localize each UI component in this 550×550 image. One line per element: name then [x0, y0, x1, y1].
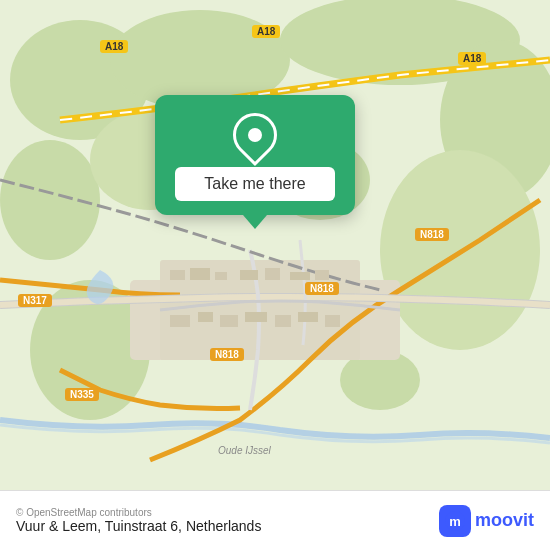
- map-popup: Take me there: [155, 95, 355, 215]
- moovit-logo: m moovit: [439, 505, 534, 537]
- svg-rect-14: [190, 268, 210, 280]
- road-label-n818-3: N818: [415, 228, 449, 241]
- svg-text:m: m: [449, 514, 461, 529]
- road-label-a18-2: A18: [252, 25, 280, 38]
- map-background: [0, 0, 550, 490]
- footer: © OpenStreetMap contributors Vuur & Leem…: [0, 490, 550, 550]
- map-container[interactable]: A18 A18 A18 N317 N335 N818 N818 N818 Oud…: [0, 0, 550, 490]
- take-me-there-button[interactable]: Take me there: [175, 167, 335, 201]
- oude-ijssel-label: Oude IJssel: [218, 445, 271, 456]
- moovit-icon: m: [439, 505, 471, 537]
- road-label-a18-3: A18: [458, 52, 486, 65]
- pin-dot: [248, 128, 262, 142]
- moovit-text: moovit: [475, 510, 534, 531]
- road-label-n317: N317: [18, 294, 52, 307]
- road-label-n335: N335: [65, 388, 99, 401]
- svg-rect-18: [290, 272, 310, 280]
- svg-rect-16: [240, 270, 258, 280]
- footer-info: © OpenStreetMap contributors Vuur & Leem…: [16, 507, 261, 534]
- svg-rect-23: [245, 312, 267, 322]
- svg-rect-15: [215, 272, 227, 280]
- location-title: Vuur & Leem, Tuinstraat 6, Netherlands: [16, 518, 261, 534]
- svg-rect-26: [325, 315, 340, 327]
- osm-attribution: © OpenStreetMap contributors: [16, 507, 261, 518]
- svg-rect-19: [315, 270, 329, 280]
- svg-rect-20: [170, 315, 190, 327]
- road-label-n818-2: N818: [210, 348, 244, 361]
- svg-rect-13: [170, 270, 185, 280]
- location-pin: [224, 104, 286, 166]
- svg-rect-24: [275, 315, 291, 327]
- svg-rect-17: [265, 268, 280, 280]
- road-label-a18-1: A18: [100, 40, 128, 53]
- svg-point-6: [0, 140, 100, 260]
- svg-rect-21: [198, 312, 213, 322]
- svg-rect-22: [220, 315, 238, 327]
- svg-rect-25: [298, 312, 318, 322]
- road-label-n818-1: N818: [305, 282, 339, 295]
